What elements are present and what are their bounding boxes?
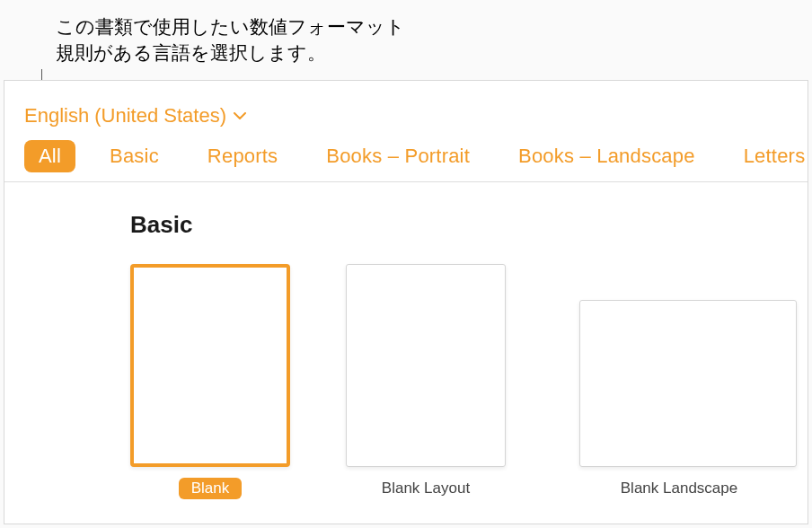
templates-content: Basic Blank Blank Layout Blank Landscape [4,182,808,499]
template-blank[interactable]: Blank [130,264,290,499]
template-label: Blank Layout [369,478,482,499]
tab-reports[interactable]: Reports [193,140,292,172]
templates-row: Blank Blank Layout Blank Landscape [130,264,808,499]
template-chooser: English (United States) All Basic Report… [4,80,808,524]
template-blank-layout[interactable]: Blank Layout [346,264,506,499]
template-thumbnail [346,264,506,467]
section-title: Basic [130,211,808,239]
tab-books-landscape[interactable]: Books – Landscape [504,140,710,172]
annotation-line-2: 規則がある言語を選択します。 [56,40,405,66]
template-thumbnail [130,264,290,467]
template-label: Blank Landscape [608,478,750,499]
chevron-down-icon [234,112,246,119]
tab-basic[interactable]: Basic [95,140,173,172]
tab-letters[interactable]: Letters [729,140,808,172]
template-blank-landscape[interactable]: Blank Landscape [561,300,797,499]
language-dropdown[interactable]: English (United States) [4,81,808,140]
template-label: Blank [179,478,243,499]
category-tabs: All Basic Reports Books – Portrait Books… [4,140,808,182]
template-thumbnail [579,300,797,467]
annotation-line-1: この書類で使用したい数値フォーマット [56,13,405,40]
tab-books-portrait[interactable]: Books – Portrait [312,140,484,172]
language-label: English (United States) [24,104,226,128]
annotation-text: この書類で使用したい数値フォーマット 規則がある言語を選択します。 [56,13,405,66]
tab-all[interactable]: All [24,140,75,172]
